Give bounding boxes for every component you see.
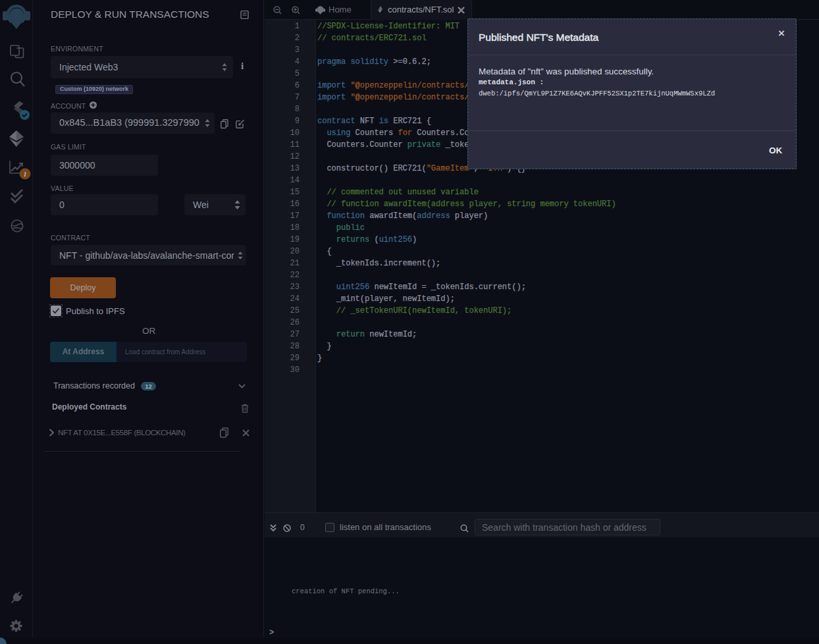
svg-text:1: 1 — [24, 171, 27, 178]
